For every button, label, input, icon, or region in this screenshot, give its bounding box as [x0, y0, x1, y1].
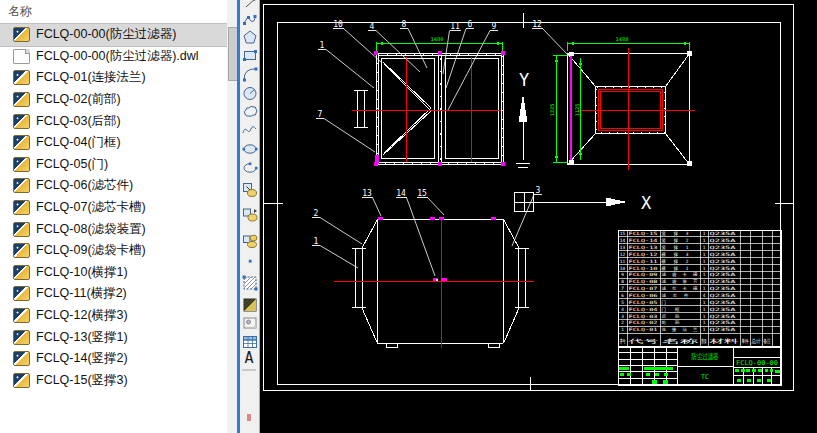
svg-text:横撑1: 横撑1	[661, 266, 689, 272]
file-label: FCLQ-01(连接法兰)	[36, 69, 146, 86]
circle-tool-button[interactable]	[241, 85, 258, 102]
balloon-leader	[448, 31, 490, 111]
file-label: FCLQ-15(竖撑3)	[36, 372, 128, 389]
file-list-item[interactable]: FCLQ-06(滤芯件)	[0, 175, 227, 197]
bom-header: 名称	[662, 338, 701, 344]
point-tool-button[interactable]	[241, 253, 258, 270]
plan-view-nodes	[378, 217, 496, 281]
dwg-file-icon	[13, 27, 30, 42]
bom-row: 4FCLQ-04门框1Q235A	[621, 307, 736, 312]
file-list-item[interactable]: FCLQ-02(前部)	[0, 89, 227, 111]
file-list-item[interactable]: FCLQ-11(横撑2)	[0, 283, 227, 305]
cad-drawing-canvas[interactable]: Y X	[260, 0, 817, 433]
svg-text:Q235A: Q235A	[710, 238, 737, 243]
balloon-leader	[428, 198, 445, 216]
revision-cloud-tool-button[interactable]	[241, 104, 258, 121]
file-label: FCLQ-09(滤袋卡槽)	[36, 242, 146, 259]
balloon-leader	[443, 31, 450, 75]
file-list-item[interactable]: FCLQ-12(横撑3)	[0, 305, 227, 327]
make-block-tool-button[interactable]	[241, 233, 258, 250]
bom-header: 数量	[702, 338, 707, 344]
file-list-item[interactable]: FCLQ-09(滤袋卡槽)	[0, 240, 227, 262]
block-tool-button[interactable]	[241, 207, 258, 224]
hatch-tool-button[interactable]	[241, 275, 258, 292]
file-list-item[interactable]: FCLQ-00-00(防尘过滤器).dwl	[0, 46, 227, 68]
file-label: FCLQ-12(横撑3)	[36, 307, 128, 324]
balloon-number: 10	[333, 20, 343, 29]
svg-text:横撑2: 横撑2	[661, 259, 689, 265]
table-tool-button[interactable]	[241, 334, 258, 351]
file-label: FCLQ-11(横撑2)	[36, 285, 127, 302]
bom-row: 6FCLQ-06滤芯件4Q235A	[621, 293, 736, 298]
bom-row: 1FCLQ-01连接法兰1Q235A	[621, 327, 736, 332]
draw-toolbar: A	[240, 0, 260, 433]
file-list-item[interactable]: FCLQ-00-00(防尘过滤器)	[0, 24, 227, 46]
svg-text:Q235A: Q235A	[710, 279, 737, 284]
gradient-tool-button[interactable]	[241, 297, 258, 314]
table-icon	[242, 334, 258, 350]
dwg-file-icon	[13, 157, 30, 172]
toolbar-endcap	[242, 369, 256, 371]
spline-tool-button[interactable]	[241, 122, 258, 139]
file-label: FCLQ-07(滤芯卡槽)	[36, 199, 146, 216]
file-list-item[interactable]: FCLQ-01(连接法兰)	[0, 67, 227, 89]
svg-text:Q235A: Q235A	[710, 314, 737, 319]
svg-text:14: 14	[620, 238, 626, 243]
polyline-tool-button[interactable]	[241, 11, 258, 28]
file-list-item[interactable]: FCLQ-03(后部)	[0, 110, 227, 132]
svg-text:FCLQ-10: FCLQ-10	[629, 266, 659, 271]
construction-line-icon	[242, 0, 258, 8]
front-view	[352, 42, 505, 166]
svg-text:4: 4	[621, 307, 624, 312]
svg-text:连接法兰: 连接法兰	[662, 327, 699, 332]
rectangle-tool-button[interactable]	[241, 47, 258, 64]
region-tool-button[interactable]	[241, 315, 258, 332]
dimension-value: 1480	[431, 36, 444, 42]
svg-text:10: 10	[620, 266, 626, 271]
dwg-file-icon	[13, 135, 30, 150]
file-label: FCLQ-05(门)	[36, 156, 108, 173]
insert-block-tool-button[interactable]	[241, 182, 258, 199]
dimension-value: 1325	[549, 104, 555, 117]
svg-text:FCLQ-14: FCLQ-14	[629, 238, 659, 243]
file-label: FCLQ-04(门框)	[36, 134, 121, 151]
ellipse-tool-button[interactable]	[241, 141, 258, 158]
bom-row: 5FCLQ-05门1Q235A	[621, 300, 736, 305]
dwg-file-icon	[13, 114, 30, 129]
file-list-item[interactable]: FCLQ-04(门框)	[0, 132, 227, 154]
region-icon	[242, 315, 258, 331]
multiline-text-tool-button[interactable]: A	[241, 350, 258, 367]
balloon-number: 4	[370, 22, 375, 31]
file-list-item[interactable]: FCLQ-08(滤袋装置)	[0, 218, 227, 240]
svg-text:1: 1	[703, 245, 706, 250]
arc-tool-button[interactable]	[241, 66, 258, 83]
window-edge-artifact	[247, 414, 251, 421]
file-list-item[interactable]: FCLQ-13(竖撑1)	[0, 326, 227, 348]
x-axis-label: X	[641, 193, 652, 213]
bom-header: 代号	[626, 338, 660, 344]
file-panel-scrollbar[interactable]	[227, 0, 237, 433]
arc-icon	[242, 66, 258, 82]
file-list-item[interactable]: FCLQ-05(门)	[0, 154, 227, 176]
file-list-item[interactable]: FCLQ-10(横撑1)	[0, 262, 227, 284]
bom-row: 9FCLQ-09滤袋卡槽1Q235A	[621, 272, 736, 277]
polygon-tool-button[interactable]	[241, 29, 258, 46]
svg-text:1: 1	[703, 307, 706, 312]
construction-line-tool-button[interactable]	[241, 0, 258, 9]
file-label: FCLQ-08(滤袋装置)	[36, 221, 146, 238]
svg-text:Q235A: Q235A	[710, 266, 737, 271]
svg-text:1: 1	[703, 320, 706, 325]
ellipse-arc-tool-button[interactable]	[241, 160, 258, 177]
balloon-number: 13	[362, 189, 372, 198]
svg-text:1: 1	[703, 279, 706, 284]
file-list-item[interactable]: FCLQ-14(竖撑2)	[0, 348, 227, 370]
title-block: 防尘过滤器 TC FCLQ-00-00	[619, 347, 782, 386]
file-list-item[interactable]: FCLQ-15(竖撑3)	[0, 370, 227, 392]
file-label: FCLQ-02(前部)	[36, 91, 121, 108]
balloon-number: 3	[536, 186, 541, 195]
svg-text:滤袋装置: 滤袋装置	[662, 279, 699, 284]
file-list-item[interactable]: FCLQ-07(滤芯卡槽)	[0, 197, 227, 219]
file-label: FCLQ-00-00(防尘过滤器)	[36, 26, 176, 43]
balloon-leader	[326, 50, 374, 89]
rectangle-icon	[242, 47, 258, 63]
